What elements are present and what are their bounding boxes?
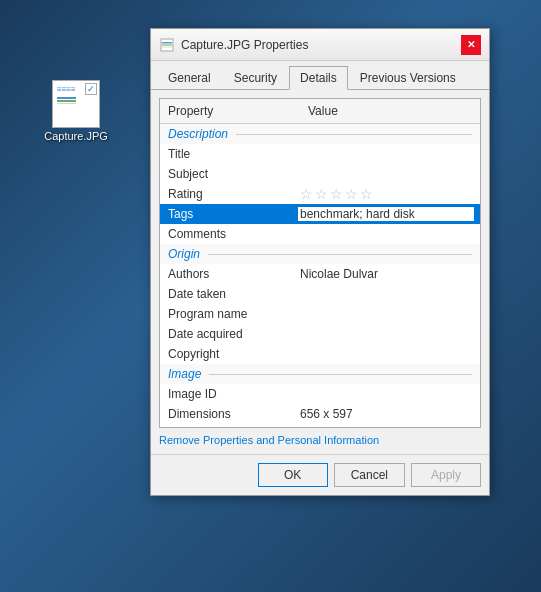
prop-name-image-id: Image ID [160,384,292,404]
tab-general[interactable]: General [157,66,222,90]
table-row[interactable]: Rating ☆ ☆ ☆ ☆ ☆ [160,184,480,204]
star-5[interactable]: ☆ [360,186,373,202]
prop-value-tags[interactable] [292,204,480,224]
prop-name-authors: Authors [160,264,292,284]
table-row-tags[interactable]: Tags [160,204,480,224]
remove-properties-link[interactable]: Remove Properties and Personal Informati… [159,434,481,446]
star-1[interactable]: ☆ [300,186,313,202]
close-button[interactable]: ✕ [461,35,481,55]
prop-value-date-taken[interactable] [292,284,480,304]
header-value: Value [300,101,480,121]
table-row[interactable]: Subject [160,164,480,184]
tab-previous-versions[interactable]: Previous Versions [349,66,467,90]
table-body[interactable]: Description Title Subject Rating [160,124,480,427]
prop-name-date-taken: Date taken [160,284,292,304]
section-line [236,134,472,135]
table-row[interactable]: Dimensions 656 x 597 [160,404,480,424]
prop-value-comments[interactable] [292,224,480,244]
prop-value-program-name[interactable] [292,304,480,324]
dialog-content: Property Value Description Title Subject [151,90,489,454]
cancel-button[interactable]: Cancel [334,463,405,487]
table-row[interactable]: Image ID [160,384,480,404]
file-icon: ≡≡≡≡ ✓ [52,80,100,128]
dialog-titlebar: Capture.JPG Properties ✕ [151,29,489,61]
prop-name-tags: Tags [160,204,292,224]
star-rating[interactable]: ☆ ☆ ☆ ☆ ☆ [300,186,373,202]
apply-button[interactable]: Apply [411,463,481,487]
star-4[interactable]: ☆ [345,186,358,202]
table-row[interactable]: Date acquired [160,324,480,344]
section-line-image [209,374,472,375]
tab-details[interactable]: Details [289,66,348,90]
properties-table: Property Value Description Title Subject [159,98,481,428]
dialog-buttons: OK Cancel Apply [151,454,489,495]
desktop: ≡≡≡≡ ✓ Capture.JPG Captu [0,0,541,592]
prop-name-copyright: Copyright [160,344,292,364]
prop-value-subject[interactable] [292,164,480,184]
prop-name-comments: Comments [160,224,292,244]
table-row[interactable]: Comments [160,224,480,244]
prop-name-width: Width [160,424,292,427]
prop-value-authors[interactable]: Nicolae Dulvar [292,264,480,284]
section-label-image: Image [168,367,201,381]
dialog-title: Capture.JPG Properties [181,38,308,52]
prop-name-subject: Subject [160,164,292,184]
table-row[interactable]: Width 656 pixels [160,424,480,427]
prop-value-image-id[interactable] [292,384,480,404]
section-image: Image [160,364,480,384]
ok-button[interactable]: OK [258,463,328,487]
star-3[interactable]: ☆ [330,186,343,202]
tags-input[interactable] [296,205,476,223]
table-row[interactable]: Program name [160,304,480,324]
table-row[interactable]: Copyright [160,344,480,364]
prop-name-rating: Rating [160,184,292,204]
desktop-icon-capture[interactable]: ≡≡≡≡ ✓ Capture.JPG [40,80,112,142]
properties-dialog: Capture.JPG Properties ✕ General Securit… [150,28,490,496]
table-header: Property Value [160,99,480,124]
svg-rect-3 [162,46,172,47]
prop-name-title: Title [160,144,292,164]
prop-value-width: 656 pixels [292,424,480,427]
table-row[interactable]: Title [160,144,480,164]
prop-value-copyright[interactable] [292,344,480,364]
svg-rect-1 [162,42,172,44]
section-origin: Origin [160,244,480,264]
title-left: Capture.JPG Properties [159,37,308,53]
desktop-icon-label: Capture.JPG [44,130,108,142]
svg-rect-2 [162,44,172,45]
tab-security[interactable]: Security [223,66,288,90]
prop-value-date-acquired[interactable] [292,324,480,344]
table-row[interactable]: Date taken [160,284,480,304]
section-description: Description [160,124,480,144]
table-row[interactable]: Authors Nicolae Dulvar [160,264,480,284]
prop-value-rating[interactable]: ☆ ☆ ☆ ☆ ☆ [292,184,480,204]
section-label-origin: Origin [168,247,200,261]
prop-value-dimensions: 656 x 597 [292,404,480,424]
prop-name-date-acquired: Date acquired [160,324,292,344]
tab-bar: General Security Details Previous Versio… [151,61,489,90]
check-overlay: ✓ [85,83,97,95]
section-line-origin [208,254,472,255]
prop-name-dimensions: Dimensions [160,404,292,424]
section-label-description: Description [168,127,228,141]
prop-name-program-name: Program name [160,304,292,324]
file-icon-small [159,37,175,53]
prop-value-title[interactable] [292,144,480,164]
star-2[interactable]: ☆ [315,186,328,202]
header-property: Property [160,101,300,121]
